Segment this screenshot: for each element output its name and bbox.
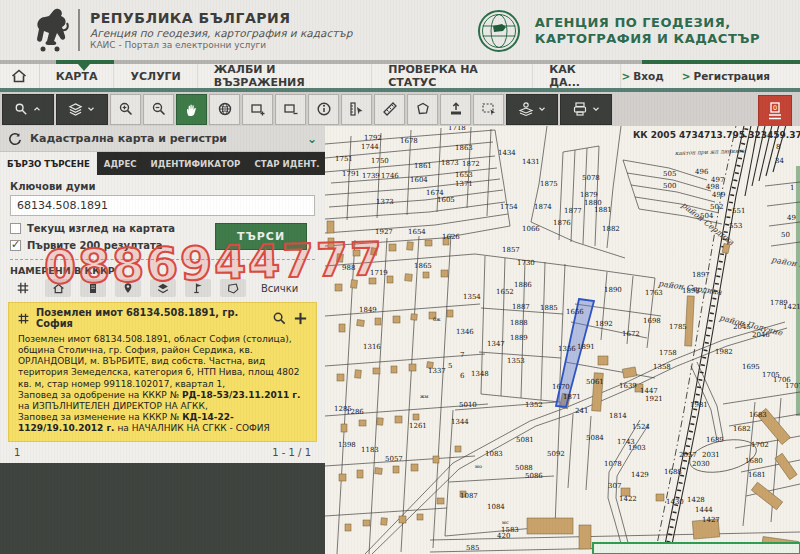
parcel-label: 1857 (502, 246, 520, 254)
first-200-checkbox[interactable] (10, 240, 21, 251)
register-label: Регистрация (694, 70, 770, 82)
map-green-areas (796, 166, 800, 416)
parcel-label: 1889 (510, 334, 528, 342)
layers-tool-button[interactable] (56, 94, 108, 125)
register-link[interactable]: >Регистрация (682, 70, 770, 82)
zoom-window-out-button[interactable] (275, 94, 306, 125)
parcel-label: 1354 (463, 293, 481, 301)
search-panel: 0886944777 Кадастрална карта и регистри … (0, 126, 325, 554)
parcels-filter-icon[interactable] (10, 279, 36, 297)
parcel-label: 1718 (448, 126, 466, 132)
parcel-label: 1871 (563, 393, 581, 401)
globe-icon (217, 101, 233, 117)
parcel-label: 1682 (733, 425, 751, 433)
tab-address[interactable]: АДРЕС (97, 152, 144, 175)
measure-distance-button[interactable] (374, 94, 405, 125)
results-separator (10, 259, 315, 260)
visible-layers-button[interactable] (506, 94, 558, 125)
parcel-label: 502 (710, 203, 723, 211)
result-card[interactable]: Поземлен имот 68134.508.1891, гр. София … (8, 302, 317, 442)
zones-filter-icon[interactable] (220, 279, 246, 297)
parcel-label: 1875 (540, 180, 558, 188)
export-button[interactable] (440, 94, 471, 125)
select-region-button[interactable] (473, 94, 504, 125)
zoom-to-result-button[interactable] (272, 311, 287, 326)
svg-text:0: 0 (773, 104, 777, 112)
address-filter-icon[interactable] (115, 279, 141, 297)
identify-coordinates-button[interactable] (341, 94, 372, 125)
search-tool-button[interactable] (2, 94, 54, 125)
parcel-label: 1430 (666, 498, 684, 506)
parcel-label: 50 (781, 231, 790, 239)
login-chevron-icon: > (621, 70, 630, 82)
keywords-input[interactable] (10, 195, 315, 216)
nav-tab-proverka[interactable]: ПРОВЕРКА НА СТАТУС (372, 64, 533, 88)
nav-tab-uslugi[interactable]: УСЛУГИ (114, 64, 197, 88)
parcel-label: 1849 (359, 306, 377, 314)
tab-old-ident[interactable]: СТАР ИДЕНТ. (247, 152, 326, 175)
panel-collapse-chevron-icon[interactable]: ⌄ (307, 132, 317, 146)
chevron-up-icon (32, 104, 42, 114)
zoom-window-in-button[interactable] (242, 94, 273, 125)
header-divider (78, 9, 80, 51)
nav-tab-kakda[interactable]: КАК ДА... (533, 64, 621, 88)
add-result-button[interactable] (293, 311, 308, 326)
parcel-label: 1791 (342, 170, 360, 178)
buildings-filter-icon[interactable] (45, 279, 71, 297)
parcel-label: 1695 (742, 363, 760, 371)
parcel-label: 1524 (632, 423, 650, 431)
parcel-label: 1084 (487, 503, 505, 511)
geodetic-point-filter-icon[interactable] (185, 279, 211, 297)
info-button[interactable] (308, 94, 339, 125)
result-description: Поземлен имот 68134.508.1891, област Соф… (18, 334, 299, 389)
district-label: кантон при жп линията (675, 148, 745, 157)
all-filter-label[interactable]: Всички (261, 283, 298, 294)
parcel-label: 5084 (586, 434, 604, 442)
parcel-label: 1877 (564, 207, 582, 215)
parcel-label: 1719 (370, 269, 388, 277)
rectangle-plus-icon (250, 101, 266, 117)
notifications-button[interactable]: 0 (758, 95, 792, 129)
zoom-out-button[interactable] (143, 94, 174, 125)
home-button[interactable] (0, 64, 40, 88)
pan-button[interactable] (176, 94, 207, 125)
parcel-label: 1785 (669, 323, 687, 331)
tab-quick-search[interactable]: БЪРЗО ТЪРСЕНЕ (0, 152, 97, 175)
measure-area-button[interactable] (407, 94, 438, 125)
units-filter-icon[interactable] (80, 279, 106, 297)
current-page[interactable]: 1 (14, 447, 20, 458)
selection-rectangle-icon (481, 101, 497, 117)
parcel-label: 1421 (783, 303, 800, 311)
parcel-label: 1352 (525, 401, 543, 409)
login-link[interactable]: >Вход (621, 70, 663, 82)
search-button[interactable]: ТЪРСИ (215, 223, 307, 250)
nav-tab-zhalbi[interactable]: ЖАЛБИ И ВЪЗРАЖЕНИЯ (198, 64, 372, 88)
current-view-checkbox[interactable] (10, 223, 21, 234)
parcel-label: 1604 (410, 176, 428, 184)
parcel-label: 8 (776, 143, 780, 151)
parcel-result-icon (17, 312, 30, 325)
cadastral-map[interactable]: 1718167817921744175117501863186118731872… (325, 126, 800, 554)
parcel-label: 2057 (679, 451, 697, 459)
parcel-label: 1680 (745, 457, 763, 465)
print-button[interactable] (560, 94, 612, 125)
zoom-in-button[interactable] (110, 94, 141, 125)
hand-icon (184, 102, 199, 117)
chevron-down-icon (537, 104, 547, 114)
parcel-label: 1861 (414, 162, 432, 170)
panel-empty-space (0, 463, 325, 554)
header-green-accent (642, 60, 800, 64)
auth-links: >Вход >Регистрация (621, 70, 800, 82)
parcel-label: 5057 (385, 455, 403, 463)
full-extent-button[interactable] (209, 94, 240, 125)
parcel-label: 1371 (455, 180, 473, 188)
notifications-icon: 0 (766, 102, 784, 122)
current-view-label: Текущ изглед на картата (27, 223, 175, 234)
tab-identifier[interactable]: ИДЕНТИФИКАТОР (144, 152, 248, 175)
layers-filter-icon[interactable] (150, 279, 176, 297)
agency-name-line2: КАРТОГРАФИЯ И КАДАСТЪР (535, 31, 760, 47)
map-parcel-lines (325, 126, 800, 554)
parcel-label: 241 (575, 407, 588, 415)
order1-prefix: Заповед за одобрение на КККР № (18, 390, 182, 400)
parcel-label: 585 (466, 544, 479, 552)
